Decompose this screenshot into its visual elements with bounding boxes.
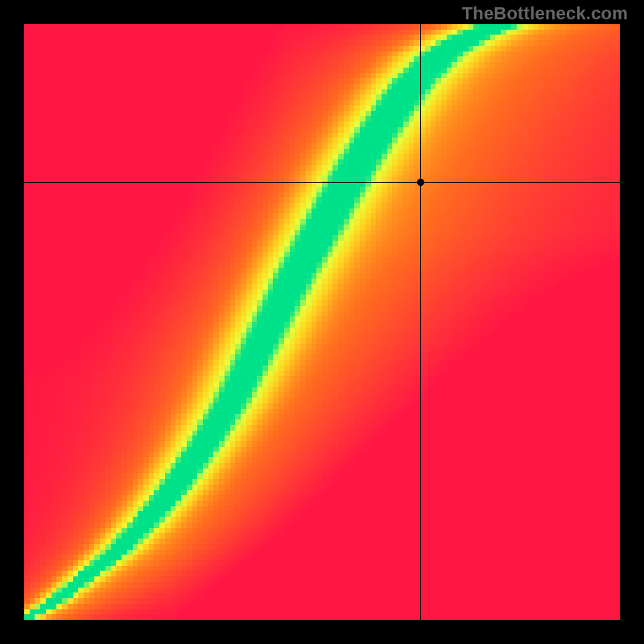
plot-area <box>24 24 620 620</box>
heatmap-canvas <box>24 24 620 620</box>
chart-frame: TheBottleneck.com <box>0 0 644 644</box>
watermark-text: TheBottleneck.com <box>462 3 628 24</box>
